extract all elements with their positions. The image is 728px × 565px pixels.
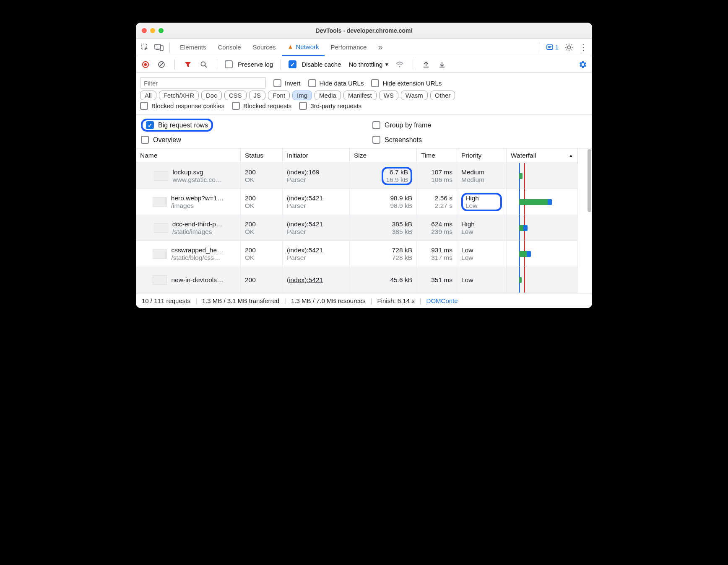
big-rows-checkbox[interactable] (146, 121, 154, 129)
column-header-name[interactable]: Name (136, 148, 241, 163)
big-request-rows-annotation: Big request rows (141, 119, 213, 132)
column-header-size[interactable]: Size (350, 148, 417, 163)
settings-gear-icon[interactable] (563, 41, 575, 54)
invert-label: Invert (285, 80, 301, 87)
invert-checkbox[interactable] (273, 79, 281, 87)
waterfall-cell (507, 241, 578, 267)
preserve-log-checkbox[interactable] (225, 60, 233, 68)
table-row-name[interactable]: hero.webp?w=1… /images (136, 189, 241, 215)
type-chip-font[interactable]: Font (268, 91, 290, 100)
hide-extension-urls-checkbox[interactable] (371, 79, 379, 87)
kebab-menu-icon[interactable]: ⋮ (577, 41, 590, 54)
zoom-window-button[interactable] (159, 28, 164, 33)
disable-cache-label: Disable cache (302, 61, 341, 68)
initiator-link[interactable]: (index):5421 (283, 267, 350, 293)
size-cell: 98.9 kB98.9 kB (350, 189, 417, 215)
type-chip-js[interactable]: JS (249, 91, 266, 100)
table-cell: 200OK (241, 215, 283, 241)
size-cell: 385 kB385 kB (350, 215, 417, 241)
type-chip-manifest[interactable]: Manifest (343, 91, 377, 100)
tab-sources[interactable]: Sources (247, 39, 282, 56)
svg-rect-2 (156, 49, 159, 50)
resource-name: csswrapped_he… (171, 246, 223, 254)
filter-input[interactable] (140, 77, 266, 89)
hide-data-urls-label: Hide data URLs (320, 80, 364, 87)
inspect-icon[interactable] (138, 41, 151, 54)
resource-thumbnail-icon (153, 275, 167, 285)
network-settings-gear-icon[interactable] (577, 59, 588, 70)
type-chip-css[interactable]: CSS (224, 91, 247, 100)
group-by-frame-checkbox[interactable] (372, 121, 380, 129)
type-chip-wasm[interactable]: Wasm (401, 91, 428, 100)
throttling-select[interactable]: No throttling ▼ (348, 61, 389, 68)
tab-console[interactable]: Console (212, 39, 247, 56)
initiator-link[interactable]: (index):5421Parser (283, 241, 350, 267)
initiator-link[interactable]: (index):5421Parser (283, 189, 350, 215)
type-chip-img[interactable]: Img (292, 91, 312, 100)
column-header-initiator[interactable]: Initiator (283, 148, 350, 163)
type-chip-other[interactable]: Other (430, 91, 455, 100)
resource-path: /static/blog/css… (171, 254, 223, 262)
svg-point-8 (144, 63, 147, 65)
type-chip-media[interactable]: Media (315, 91, 341, 100)
issues-count: 1 (555, 44, 559, 51)
status-bar: 10 / 111 requests | 1.3 MB / 3.1 MB tran… (136, 293, 592, 308)
resource-name: new-in-devtools… (171, 276, 223, 284)
table-cell: 200OK (241, 241, 283, 267)
initiator-link[interactable]: (index):169Parser (283, 163, 350, 189)
size-cell: 728 kB728 kB (350, 241, 417, 267)
type-chip-fetchxhr[interactable]: Fetch/XHR (159, 91, 199, 100)
close-window-button[interactable] (142, 28, 147, 33)
tab-label: Performance (330, 44, 367, 51)
type-chip-doc[interactable]: Doc (201, 91, 222, 100)
tab-performance[interactable]: Performance (325, 39, 372, 56)
table-row-name[interactable]: new-in-devtools… (136, 267, 241, 293)
upload-har-icon[interactable] (421, 59, 432, 70)
resource-thumbnail-icon (154, 223, 168, 233)
warning-icon: ▲ (288, 43, 294, 50)
more-tabs-chevron-icon[interactable]: » (374, 41, 387, 54)
search-icon[interactable] (198, 59, 209, 70)
priority-annotation: HighLow (461, 193, 502, 211)
screenshots-label: Screenshots (385, 136, 422, 144)
type-chip-ws[interactable]: WS (379, 91, 398, 100)
download-har-icon[interactable] (437, 59, 447, 70)
blocked-cookies-checkbox[interactable] (140, 102, 148, 110)
table-row-name[interactable]: csswrapped_he… /static/blog/css… (136, 241, 241, 267)
column-header-waterfall[interactable]: Waterfall▲ (507, 148, 578, 163)
tab-network[interactable]: ▲Network (282, 39, 325, 56)
tab-elements[interactable]: Elements (174, 39, 212, 56)
status-requests: 10 / 111 requests (142, 297, 190, 304)
disable-cache-checkbox[interactable] (289, 60, 296, 68)
overview-checkbox[interactable] (141, 136, 149, 144)
size-annotation: 6.7 kB16.9 kB (382, 167, 412, 185)
column-header-priority[interactable]: Priority (457, 148, 507, 163)
screenshots-checkbox[interactable] (372, 136, 380, 144)
initiator-link[interactable]: (index):5421Parser (283, 215, 350, 241)
device-toolbar-icon[interactable] (153, 41, 165, 54)
minimize-window-button[interactable] (150, 28, 155, 33)
hide-data-urls-checkbox[interactable] (308, 79, 316, 87)
clear-button[interactable] (156, 59, 167, 70)
record-button[interactable] (140, 59, 151, 70)
tab-label: Console (218, 44, 241, 51)
network-conditions-icon[interactable] (394, 59, 405, 70)
table-cell: 200 (241, 267, 283, 293)
table-row-name[interactable]: lockup.svg www.gstatic.co… (136, 163, 241, 189)
blocked-requests-checkbox[interactable] (232, 102, 240, 110)
issues-button[interactable]: 1 (543, 44, 561, 51)
svg-line-10 (159, 62, 164, 67)
waterfall-cell (507, 267, 578, 293)
filter-icon[interactable] (182, 59, 193, 70)
svg-rect-1 (155, 44, 161, 49)
panel-tabstrip: ElementsConsoleSources▲NetworkPerformanc… (136, 39, 592, 56)
column-header-time[interactable]: Time (417, 148, 457, 163)
resource-type-chips: AllFetch/XHRDocCSSJSFontImgMediaManifest… (140, 91, 588, 100)
column-header-status[interactable]: Status (241, 148, 283, 163)
resource-thumbnail-icon (153, 249, 167, 259)
table-row-name[interactable]: dcc-end-third-p… /static/images (136, 215, 241, 241)
status-resources: 1.3 MB / 7.0 MB resources (291, 297, 366, 304)
third-party-checkbox[interactable] (299, 102, 307, 110)
type-chip-all[interactable]: All (140, 91, 156, 100)
table-cell: 624 ms239 ms (417, 215, 457, 241)
